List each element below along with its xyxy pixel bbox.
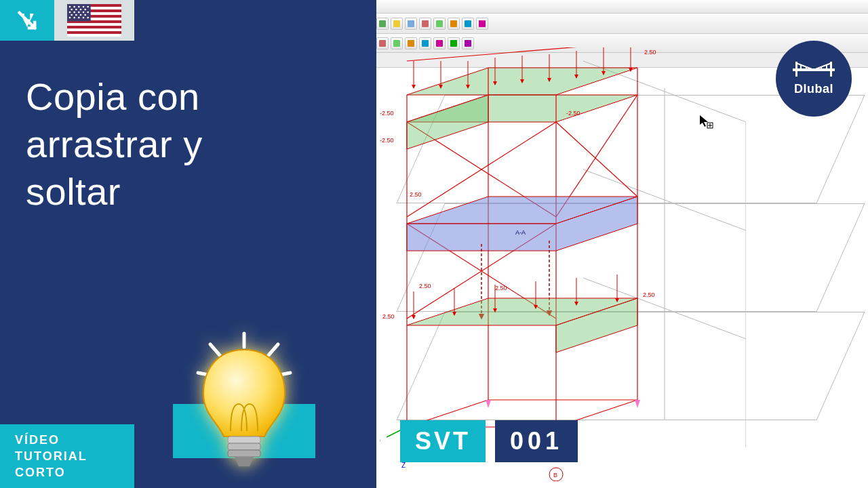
svg-point-74: [87, 12, 89, 14]
svg-rect-58: [67, 28, 121, 31]
dlubal-logo: Dlubal: [776, 41, 852, 117]
title-overlay-panel: Copia con arrastrar y soltar: [0, 0, 376, 488]
svg-point-64: [83, 6, 85, 8]
svg-point-66: [71, 9, 73, 11]
svg-point-75: [71, 14, 73, 16]
svg-point-71: [73, 12, 75, 14]
svg-rect-57: [67, 23, 121, 26]
svg-point-81: [78, 17, 80, 19]
load-label: -2.50: [380, 110, 394, 117]
svg-point-61: [69, 6, 71, 8]
title-line: Copia con: [26, 73, 203, 121]
load-label: 2.50: [410, 191, 422, 198]
video-tutorial-badge: VÍDEO TUTORIAL CORTO: [0, 424, 134, 488]
badge-line: CORTO: [15, 464, 134, 481]
svg-point-73: [83, 12, 85, 14]
svg-point-78: [84, 14, 86, 16]
svg-rect-89: [228, 436, 260, 443]
svg-point-72: [78, 12, 80, 14]
badge-line: TUTORIAL: [15, 448, 134, 464]
flag-us-icon: [54, 0, 134, 41]
logo-text: Dlubal: [794, 82, 833, 96]
load-label: -2.50: [380, 137, 394, 144]
download-arrow-icon: [0, 0, 54, 41]
mouse-cursor-copy-icon: [700, 115, 713, 129]
axis-z: Z: [401, 462, 406, 469]
load-label: 2.50: [495, 285, 507, 291]
load-label: -2.50: [566, 110, 580, 117]
svg-point-79: [69, 17, 71, 19]
lightbulb-icon: [190, 329, 298, 479]
load-label: 2.50: [419, 283, 431, 289]
svt-number: 001: [495, 420, 578, 462]
svg-point-82: [83, 17, 85, 19]
tool-icon[interactable]: [405, 18, 417, 30]
tool-icon[interactable]: [476, 18, 488, 30]
svg-line-85: [210, 344, 220, 355]
structural-model: 2.50 A-A 2.50 -2.50 -2.50 -2.50: [380, 47, 746, 481]
load-label: 2.50: [643, 291, 655, 298]
section-label: A-A: [515, 229, 526, 236]
svg-rect-90: [228, 443, 260, 450]
title-line: soltar: [26, 168, 203, 216]
svg-marker-43: [635, 400, 640, 408]
svg-point-77: [80, 14, 82, 16]
header-row: [0, 0, 134, 41]
svg-point-65: [87, 6, 89, 8]
bridge-icon: [793, 62, 835, 79]
svg-rect-59: [67, 34, 121, 37]
svg-line-25: [556, 122, 637, 197]
episode-badge-row: SVT 001: [400, 420, 578, 462]
svg-line-86: [269, 344, 278, 355]
svg-point-62: [73, 6, 75, 8]
tool-icon[interactable]: [391, 18, 403, 30]
lightbulb-graphic: [170, 316, 319, 479]
badge-line: VÍDEO: [15, 432, 134, 448]
svt-label: SVT: [400, 420, 486, 462]
svg-point-67: [75, 9, 77, 11]
svg-point-68: [80, 9, 82, 11]
tool-icon[interactable]: [419, 18, 431, 30]
svg-point-70: [69, 12, 71, 14]
load-label: 2.50: [382, 313, 395, 320]
load-label: 2.50: [644, 49, 656, 56]
svg-point-63: [78, 6, 80, 8]
svg-point-69: [84, 9, 86, 11]
svg-rect-91: [228, 450, 260, 457]
svg-point-76: [75, 14, 77, 16]
svg-marker-42: [486, 400, 491, 408]
tool-icon[interactable]: [376, 18, 389, 30]
svg-marker-31: [407, 95, 488, 149]
video-title: Copia con arrastrar y soltar: [26, 73, 203, 216]
title-line: arrastrar y: [26, 121, 203, 168]
tool-icon[interactable]: [462, 18, 474, 30]
svg-point-83: [87, 17, 89, 19]
category-badge: VÍDEO TUTORIAL CORTO: [0, 424, 134, 488]
grid-label: B: [553, 472, 557, 479]
svg-marker-49: [700, 115, 708, 127]
tool-icon[interactable]: [448, 18, 460, 30]
tool-icon[interactable]: [433, 18, 446, 30]
svg-point-80: [73, 17, 75, 19]
